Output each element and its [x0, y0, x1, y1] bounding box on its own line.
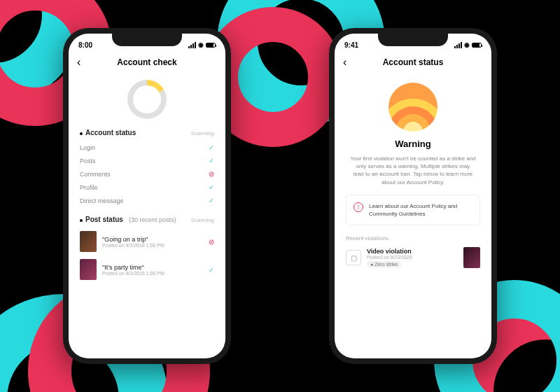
check-icon: ✓	[209, 157, 214, 164]
status-item-comments: Comments⊘	[80, 167, 214, 181]
recent-violations-heading: Recent violations	[346, 235, 480, 241]
signal-icon	[454, 42, 462, 48]
check-icon: ✓	[209, 266, 214, 274]
status-time: 8:00	[78, 41, 92, 49]
policy-text: Learn about our Account Policy and Commu…	[369, 202, 472, 218]
page-title: Account status	[335, 57, 491, 67]
post-row[interactable]: "It's party time"Posted on 9/3/2019 1:00…	[80, 255, 214, 284]
warning-body: Your first violation won't be counted as…	[346, 155, 480, 186]
signal-icon	[188, 42, 196, 48]
status-item-profile: Profile✓	[80, 181, 214, 194]
violation-row[interactable]: ▢ Video violation Posted on 9/23/2020 ● …	[346, 247, 480, 268]
scan-progress-icon	[127, 80, 167, 119]
error-icon: ⊘	[209, 170, 214, 178]
post-thumbnail	[80, 231, 97, 252]
battery-icon	[472, 43, 482, 48]
check-icon: ✓	[209, 144, 214, 151]
wifi-icon: ◉	[464, 41, 470, 48]
policy-card[interactable]: ! Learn about our Account Policy and Com…	[346, 195, 480, 225]
page-title: Account check	[69, 57, 225, 67]
warning-title: Warning	[335, 139, 491, 149]
phone-account-check: 8:00 ◉ ‹ Account check Account status Sc…	[63, 28, 231, 364]
error-icon: ⊘	[209, 238, 214, 246]
check-icon: ✓	[209, 197, 214, 204]
status-time: 9:41	[344, 41, 358, 49]
status-item-login: Login✓	[80, 141, 214, 154]
phone-account-status: 9:41 ◉ ‹ Account status Warning Your fir…	[329, 28, 497, 364]
account-status-heading: Account status	[80, 129, 136, 136]
wifi-icon: ◉	[198, 41, 204, 48]
violation-thumbnail	[463, 247, 480, 268]
warning-badge-icon	[388, 83, 438, 132]
post-status-heading: Post status(30 recent posts)	[80, 216, 176, 223]
strike-badge: ● Zero strike	[367, 261, 401, 267]
battery-icon	[206, 43, 216, 48]
post-thumbnail	[80, 259, 97, 280]
scanning-label: Scanning	[191, 217, 214, 223]
info-icon: !	[354, 202, 363, 212]
post-row[interactable]: "Going on a trip"Posted on 9/3/2019 1:00…	[80, 227, 214, 255]
status-item-dm: Direct message✓	[80, 194, 214, 207]
status-item-posts: Posts✓	[80, 154, 214, 167]
check-icon: ✓	[209, 183, 214, 191]
video-icon: ▢	[346, 250, 361, 265]
scanning-label: Scanning	[191, 130, 214, 136]
